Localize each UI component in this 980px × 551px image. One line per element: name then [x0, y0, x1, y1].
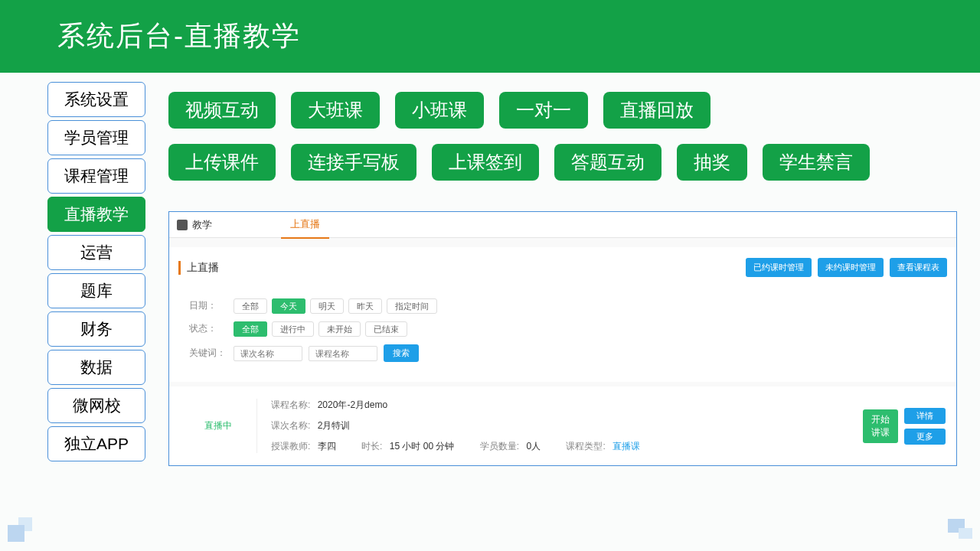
start-teaching-button[interactable]: 开始讲课 [863, 409, 898, 443]
feature-pills-row-2: 上传课件连接手写板上课签到答题互动抽奖学生禁言 [168, 144, 957, 181]
duration-label: 时长: [361, 441, 382, 452]
record-session-line: 课次名称: 2月特训 [271, 419, 863, 432]
main-content: 视频互动大班课小班课一对一直播回放 上传课件连接手写板上课签到答题互动抽奖学生禁… [168, 92, 957, 466]
panel-tabs: 教学 上直播 [169, 212, 956, 238]
decoration-bottom-left [8, 517, 32, 542]
feature-pill[interactable]: 视频互动 [168, 92, 276, 129]
sidebar-item-1[interactable]: 学员管理 [47, 120, 145, 155]
sidebar-item-5[interactable]: 题库 [47, 273, 145, 308]
date-chip[interactable]: 指定时间 [387, 298, 437, 314]
booked-lessons-button[interactable]: 已约课时管理 [746, 258, 812, 277]
type-value: 直播课 [612, 441, 640, 452]
decoration-bottom-right [948, 519, 972, 539]
teacher-value: 李四 [318, 441, 336, 452]
panel-header: 上直播 已约课时管理 未约课时管理 查看课程表 [169, 247, 956, 288]
type-label: 课程类型: [566, 441, 605, 452]
tab-live[interactable]: 上直播 [281, 211, 329, 239]
section-title: 上直播 [178, 261, 219, 275]
teacher-label: 授课教师: [271, 441, 310, 452]
view-schedule-button[interactable]: 查看课程表 [890, 258, 947, 277]
date-chip[interactable]: 全部 [234, 298, 267, 314]
page-title: 系统后台-直播教学 [57, 18, 301, 55]
record-course-line: 课程名称: 2020年-2月demo [271, 399, 863, 412]
sidebar-item-4[interactable]: 运营 [47, 235, 145, 270]
feature-pill[interactable]: 大班课 [291, 92, 380, 129]
feature-pill[interactable]: 一对一 [499, 92, 588, 129]
status-chip[interactable]: 已结束 [365, 321, 407, 337]
sidebar-item-7[interactable]: 数据 [47, 350, 145, 385]
sidebar-item-9[interactable]: 独立APP [47, 426, 145, 461]
date-chip[interactable]: 今天 [272, 298, 305, 314]
status-chip[interactable]: 进行中 [272, 321, 314, 337]
sidebar-item-2[interactable]: 课程管理 [47, 158, 145, 194]
record-body: 课程名称: 2020年-2月demo 课次名称: 2月特训 授课教师: 李四 时… [256, 399, 863, 453]
feature-pill[interactable]: 抽奖 [677, 144, 747, 181]
teach-icon [177, 220, 188, 230]
course-name-value: 2020年-2月demo [318, 399, 387, 410]
course-name-label: 课程名称: [271, 399, 310, 410]
more-button[interactable]: 更多 [904, 429, 946, 445]
detail-button[interactable]: 详情 [904, 408, 946, 424]
sidebar-item-8[interactable]: 微网校 [47, 388, 145, 423]
teach-tab-label[interactable]: 教学 [192, 218, 212, 232]
students-label: 学员数量: [480, 441, 519, 452]
record-meta-line: 授课教师: 李四 时长: 15 小时 00 分钟 学员数量: 0人 课程类型: … [271, 440, 863, 453]
session-name-value: 2月特训 [318, 420, 351, 431]
feature-pill[interactable]: 上传课件 [168, 144, 276, 181]
feature-pill[interactable]: 上课签到 [432, 144, 539, 181]
status-chip[interactable]: 未开始 [318, 321, 361, 337]
duration-value: 15 小时 00 分钟 [390, 441, 455, 452]
feature-pill[interactable]: 小班课 [395, 92, 484, 129]
session-name-input[interactable] [234, 346, 302, 361]
sidebar-item-3[interactable]: 直播教学 [47, 197, 145, 232]
panel-actions: 已约课时管理 未约课时管理 查看课程表 [746, 258, 947, 277]
filter-date-row: 日期： 全部今天明天昨天指定时间 [189, 298, 946, 312]
status-chip[interactable]: 全部 [234, 321, 267, 337]
filter-keyword-row: 关键词： 搜索 [189, 344, 946, 362]
students-value: 0人 [526, 441, 541, 452]
search-button[interactable]: 搜索 [384, 344, 419, 362]
feature-pill[interactable]: 连接手写板 [291, 144, 416, 181]
record-actions: 开始讲课 详情 更多 [863, 408, 946, 445]
page-header: 系统后台-直播教学 [0, 0, 980, 73]
date-chip[interactable]: 昨天 [348, 298, 382, 314]
date-chip[interactable]: 明天 [310, 298, 344, 314]
feature-pill[interactable]: 直播回放 [603, 92, 710, 129]
feature-pill[interactable]: 答题互动 [554, 144, 662, 181]
course-name-input[interactable] [309, 346, 377, 361]
live-record: 直播中 课程名称: 2020年-2月demo 课次名称: 2月特训 授课教师: … [169, 386, 956, 465]
sidebar-item-0[interactable]: 系统设置 [47, 82, 145, 117]
sidebar: 系统设置学员管理课程管理直播教学运营题库财务数据微网校独立APP [47, 82, 145, 461]
filters: 日期： 全部今天明天昨天指定时间 状态： 全部进行中未开始已结束 关键词： 搜索 [169, 288, 956, 382]
session-name-label: 课次名称: [271, 420, 310, 431]
status-filter-label: 状态： [189, 322, 227, 335]
record-status: 直播中 [180, 419, 256, 432]
feature-pills-row-1: 视频互动大班课小班课一对一直播回放 [168, 92, 957, 129]
feature-pill[interactable]: 学生禁言 [763, 144, 870, 181]
live-panel: 教学 上直播 上直播 已约课时管理 未约课时管理 查看课程表 日期： 全部今天明… [168, 211, 957, 466]
filter-status-row: 状态： 全部进行中未开始已结束 [189, 321, 946, 335]
sidebar-item-6[interactable]: 财务 [47, 311, 145, 347]
date-filter-label: 日期： [189, 299, 227, 312]
keyword-filter-label: 关键词： [189, 347, 227, 360]
unbooked-lessons-button[interactable]: 未约课时管理 [818, 258, 884, 277]
